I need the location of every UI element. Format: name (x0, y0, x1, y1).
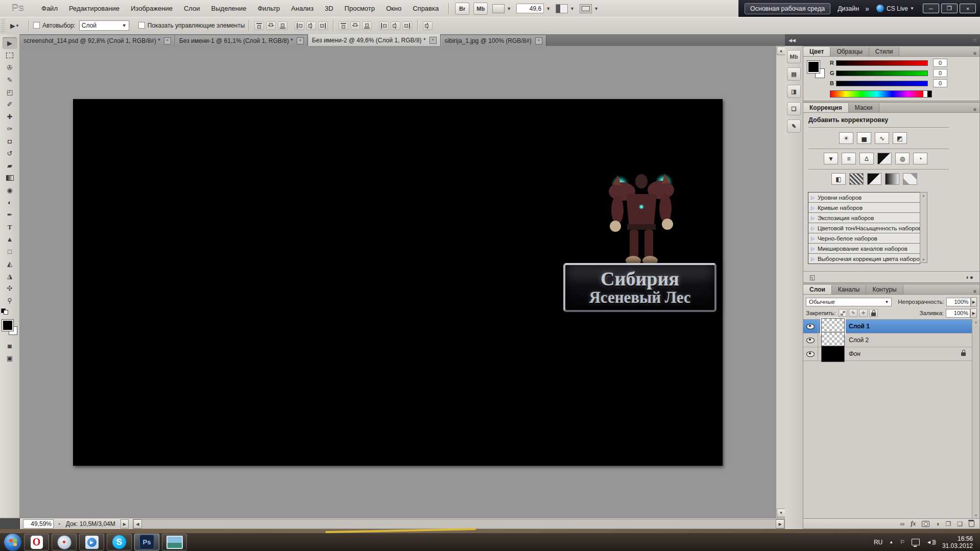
tab-layers[interactable]: Слои (803, 285, 832, 294)
lasso-tool[interactable]: ✇ (3, 62, 17, 74)
panel-menu-icon[interactable]: ≡ (973, 289, 976, 294)
vibrance-icon[interactable]: ▼ (824, 153, 838, 164)
distribute-vertical-centers-button[interactable] (350, 21, 360, 30)
preset-item[interactable]: ▷Кривые наборов (808, 203, 920, 213)
brush-tool[interactable]: ✑ (3, 123, 17, 135)
menu-image[interactable]: Изображение (125, 0, 178, 17)
minimize-button[interactable]: ─ (923, 4, 939, 13)
autoselect-target-select[interactable]: Слой ▼ (79, 20, 129, 31)
show-hidden-icons[interactable]: ▲ (889, 540, 893, 544)
new-group-icon[interactable]: ❐ (945, 520, 951, 528)
eraser-tool[interactable]: ▰ (3, 160, 17, 172)
blend-mode-select[interactable]: Обычные ▼ (806, 298, 892, 306)
color-balance-icon[interactable]: ∆ (859, 153, 874, 164)
quick-mask-button[interactable]: ◙ (3, 340, 17, 352)
clip-to-layer-icon[interactable]: ◐● (966, 274, 974, 281)
menu-window[interactable]: Окно (380, 0, 407, 17)
align-left-edges-button[interactable] (295, 21, 304, 30)
workspace-active-button[interactable]: Основная рабочая среда (745, 3, 830, 14)
distribute-top-edges-button[interactable] (339, 21, 348, 30)
tab-color[interactable]: Цвет (803, 47, 830, 56)
close-icon[interactable]: × (297, 37, 304, 44)
expand-triangle-icon[interactable]: ▷ (811, 215, 815, 221)
document-tab[interactable]: sibirija_1.jpg @ 100% (RGB/8#) × (441, 35, 546, 46)
new-layer-icon[interactable]: ❏ (957, 520, 963, 528)
add-layer-mask-icon[interactable] (922, 521, 929, 527)
document-tab[interactable]: Без имени-1 @ 61,1% (Слой 1, RGB/8) * × (175, 35, 308, 46)
menu-layers[interactable]: Слои (178, 0, 206, 17)
dock-panel-icon[interactable]: ❏ (787, 102, 801, 115)
document-canvas[interactable]: Сибирия Ясеневый Лес (73, 99, 723, 466)
menu-filter[interactable]: Фильтр (252, 0, 285, 17)
workspace-design-button[interactable]: Дизайн (838, 5, 859, 12)
curves-icon[interactable]: ∿ (875, 132, 889, 144)
fill-input[interactable] (946, 309, 970, 318)
tab-paths[interactable]: Контуры (866, 285, 903, 294)
dock-options-icon[interactable]: ∷ (973, 38, 976, 43)
layer-thumbnail[interactable] (821, 346, 845, 362)
align-vertical-centers-button[interactable] (266, 21, 276, 30)
preset-item[interactable]: ▷Уровни наборов (808, 193, 920, 203)
expanded-view-icon[interactable]: ◱ (809, 274, 815, 281)
restore-button[interactable]: ❐ (941, 4, 958, 13)
lock-all-icon[interactable] (869, 309, 878, 317)
scroll-down-icon[interactable]: ▼ (777, 509, 785, 517)
menu-help[interactable]: Справка (407, 0, 444, 17)
layer-name[interactable]: Слой 1 (849, 323, 870, 330)
vertical-scrollbar[interactable]: ▲ ▼ (776, 46, 785, 518)
fill-spinner-icon[interactable]: ▶ (970, 308, 977, 318)
show-transform-controls-checkbox[interactable]: Показать управляющие элементы (138, 22, 245, 29)
close-icon[interactable]: × (535, 37, 542, 44)
menu-select[interactable]: Выделение (206, 0, 252, 17)
taskbar-media-player-button[interactable]: ▶ (79, 534, 104, 550)
zoom-tool[interactable]: ⚲ (3, 295, 17, 306)
view-extras-dropdown[interactable]: ▼ (492, 4, 511, 13)
lock-pixels-icon[interactable]: ✎ (849, 309, 857, 317)
expand-triangle-icon[interactable]: ▷ (811, 195, 815, 200)
canvas-work-area[interactable]: Сибирия Ясеневый Лес (19, 46, 776, 518)
menu-view[interactable]: Просмотр (339, 0, 380, 17)
presets-scrollbar[interactable]: ▲ ▼ (920, 192, 927, 263)
start-button[interactable] (4, 534, 21, 551)
taskbar-photo-viewer-button[interactable] (162, 534, 187, 550)
preset-item[interactable]: ▷Черно-белое наборов (808, 233, 920, 244)
color-panel-swatches[interactable] (807, 61, 825, 78)
expand-triangle-icon[interactable]: ▷ (811, 256, 815, 261)
layer-style-icon[interactable]: fx (911, 520, 916, 528)
lock-position-icon[interactable]: ✛ (859, 309, 868, 317)
exposure-icon[interactable]: ◩ (893, 132, 907, 144)
mini-bridge-button[interactable]: Mb (473, 3, 488, 15)
layer-name[interactable]: Слой 2 (849, 337, 869, 344)
menu-file[interactable]: Файл (36, 0, 63, 17)
close-button[interactable]: × (960, 4, 976, 13)
scroll-left-icon[interactable]: ◀ (133, 519, 142, 529)
move-tool[interactable]: ▶ (3, 37, 17, 49)
dock-panel-icon[interactable]: ✎ (787, 119, 801, 133)
channel-mixer-icon[interactable]: ◔ (913, 153, 927, 164)
scroll-down-icon[interactable]: ▼ (922, 258, 925, 261)
foreground-color-swatch[interactable] (807, 61, 820, 73)
link-layers-icon[interactable]: ∞ (900, 520, 905, 528)
path-selection-tool[interactable]: ▲ (3, 233, 17, 245)
dock-panel-icon[interactable]: ▤ (787, 67, 801, 81)
threshold-icon[interactable] (867, 173, 881, 185)
taskbar-skype-button[interactable]: S (107, 534, 132, 550)
chevron-down-icon[interactable]: ▼ (546, 6, 551, 11)
taskbar-safari-button[interactable]: ✦ (52, 534, 77, 550)
blur-tool[interactable]: ◉ (3, 184, 17, 196)
layer-row[interactable]: Слой 2 (803, 333, 972, 347)
document-tab[interactable]: screenshot_114.psd @ 92,8% (Слой 1, RGB/… (19, 35, 175, 46)
opacity-spinner-icon[interactable]: ▶ (971, 297, 977, 307)
distribute-horizontal-centers-button[interactable] (391, 21, 400, 30)
autoselect-checkbox[interactable]: Автовыбор: (33, 22, 76, 29)
color-spectrum-ramp[interactable] (830, 90, 932, 98)
red-value-input[interactable] (933, 59, 947, 67)
preset-item[interactable]: ▷Экспозиция наборов (808, 213, 920, 223)
posterize-icon[interactable] (849, 173, 864, 185)
expand-triangle-icon[interactable]: ▷ (811, 236, 815, 241)
screen-mode-dropdown[interactable]: ▼ (580, 4, 599, 13)
scroll-up-icon[interactable]: ▲ (777, 46, 785, 55)
menu-3d[interactable]: 3D (319, 0, 339, 17)
scroll-up-icon[interactable]: ▲ (974, 320, 978, 324)
opacity-input[interactable] (946, 298, 971, 306)
